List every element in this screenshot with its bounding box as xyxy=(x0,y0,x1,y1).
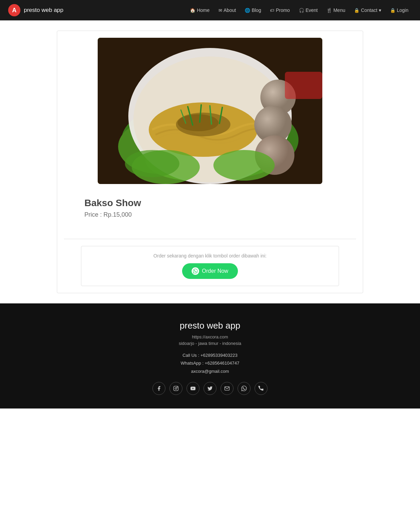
nav-label-event: Event xyxy=(306,7,318,13)
food-illustration xyxy=(98,38,322,184)
home-icon: 🏠 xyxy=(190,8,195,13)
dropdown-arrow: ▾ xyxy=(379,7,381,13)
footer-call: Call Us : +62895339403223 xyxy=(7,351,413,359)
phone-social-button[interactable] xyxy=(255,382,268,395)
nav-item-event[interactable]: 🎧 Event xyxy=(295,5,321,15)
order-box: Order sekarang dengan klik tombol order … xyxy=(81,246,339,286)
whatsapp-social-button[interactable] xyxy=(238,382,251,395)
footer-location: sidoarjo - jawa timur - indonesia xyxy=(7,341,413,346)
svg-point-19 xyxy=(125,150,179,177)
footer-whatsapp: WhatsApp : +6285646104747 xyxy=(7,359,413,367)
brand-logo: A xyxy=(8,4,20,16)
brand-link[interactable]: A presto web app xyxy=(8,4,63,16)
svg-rect-22 xyxy=(174,386,178,391)
facebook-social-button[interactable] xyxy=(152,382,165,395)
food-image xyxy=(98,38,322,184)
nav-item-home[interactable]: 🏠 Home xyxy=(187,5,213,15)
svg-point-23 xyxy=(175,388,177,389)
nav-item-about[interactable]: ✉ About xyxy=(215,5,240,15)
svg-point-24 xyxy=(177,387,177,387)
nav-link-event[interactable]: 🎧 Event xyxy=(295,5,321,15)
footer-social xyxy=(7,382,413,395)
nav-link-blog[interactable]: 🌐 Blog xyxy=(241,5,264,15)
email-social-button[interactable] xyxy=(221,382,233,395)
nav-label-menu: Menu xyxy=(333,7,345,13)
svg-rect-21 xyxy=(285,72,322,99)
nav-label-login: Login xyxy=(397,7,408,13)
nav-link-menu[interactable]: 🍴 Menu xyxy=(323,5,349,15)
nav-label-about: About xyxy=(224,7,236,13)
brand-name: presto web app xyxy=(24,7,63,14)
order-button-label: Order Now xyxy=(202,268,228,274)
nav-link-contact[interactable]: 🔒 Contact ▾ xyxy=(351,5,384,15)
nav-label-blog: Blog xyxy=(252,7,261,13)
nav-item-contact[interactable]: 🔒 Contact ▾ xyxy=(351,5,384,15)
instagram-social-button[interactable] xyxy=(169,382,182,395)
promo-icon: 🏷 xyxy=(270,8,274,13)
nav-item-menu[interactable]: 🍴 Menu xyxy=(323,5,349,15)
order-instruction: Order sekarang dengan klik tombol order … xyxy=(88,253,332,258)
nav-link-login[interactable]: 🔒 Login xyxy=(387,5,412,15)
nav-link-about[interactable]: ✉ About xyxy=(215,5,240,15)
menu-icon: 🍴 xyxy=(326,8,332,13)
about-icon: ✉ xyxy=(219,8,222,13)
nav-item-login[interactable]: 🔒 Login xyxy=(387,5,412,15)
footer-url: https://axcora.com xyxy=(7,334,413,339)
food-image-wrapper xyxy=(98,38,322,184)
svg-point-20 xyxy=(213,150,275,181)
whatsapp-icon xyxy=(192,267,199,275)
product-title: Bakso Show xyxy=(84,198,336,209)
youtube-social-button[interactable] xyxy=(187,382,199,395)
twitter-social-button[interactable] xyxy=(204,382,216,395)
nav-menu: 🏠 Home ✉ About 🌐 Blog 🏷 Promo 🎧 xyxy=(187,5,412,15)
nav-link-promo[interactable]: 🏷 Promo xyxy=(266,5,293,15)
product-info: Bakso Show Price : Rp.15,000 xyxy=(64,194,356,232)
nav-item-promo[interactable]: 🏷 Promo xyxy=(266,5,293,15)
footer-contact: Call Us : +62895339403223 WhatsApp : +62… xyxy=(7,351,413,375)
blog-icon: 🌐 xyxy=(245,8,250,13)
nav-label-home: Home xyxy=(197,7,209,13)
product-price: Price : Rp.15,000 xyxy=(84,211,336,218)
divider xyxy=(64,239,356,239)
nav-link-home[interactable]: 🏠 Home xyxy=(187,5,213,15)
contact-icon: 🔒 xyxy=(354,8,359,13)
event-icon: 🎧 xyxy=(299,8,304,13)
main-content: Bakso Show Price : Rp.15,000 Order sekar… xyxy=(57,31,363,293)
footer-email: axcora@gmail.com xyxy=(7,367,413,375)
nav-label-promo: Promo xyxy=(276,7,290,13)
navbar: A presto web app 🏠 Home ✉ About 🌐 Blog 🏷 xyxy=(0,0,420,20)
nav-item-blog[interactable]: 🌐 Blog xyxy=(241,5,264,15)
footer: presto web app https://axcora.com sidoar… xyxy=(0,303,420,408)
order-now-button[interactable]: Order Now xyxy=(182,263,238,279)
login-icon: 🔒 xyxy=(390,8,395,13)
footer-brand: presto web app xyxy=(7,320,413,331)
nav-label-contact: Contact xyxy=(361,7,377,13)
